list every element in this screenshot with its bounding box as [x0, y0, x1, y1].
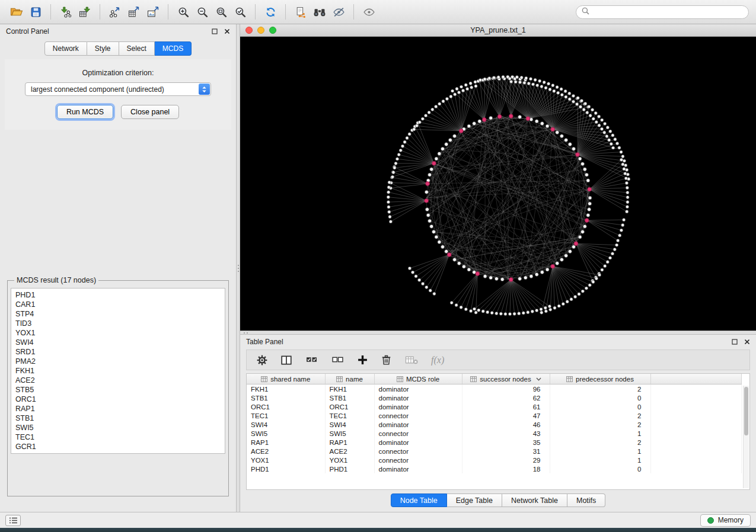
- network-canvas[interactable]: [240, 37, 756, 331]
- column-header-successor-nodes[interactable]: successor nodes: [462, 374, 550, 384]
- zoom-in-button[interactable]: [174, 3, 193, 21]
- mcds-result-item[interactable]: TID3: [15, 319, 221, 328]
- table-row[interactable]: RAP1RAP1dominator352: [247, 438, 742, 447]
- horizontal-splitter[interactable]: [240, 331, 756, 335]
- cell-filler: [650, 429, 742, 438]
- tab-edge-table[interactable]: Edge Table: [447, 493, 502, 507]
- zoom-fit-button[interactable]: [212, 3, 231, 21]
- hide-glyphs-button[interactable]: [329, 3, 348, 21]
- mcds-result-item[interactable]: PMA2: [15, 357, 221, 366]
- table-row[interactable]: FKH1FKH1dominator962: [247, 384, 742, 394]
- add-row-button[interactable]: [357, 354, 368, 366]
- close-icon[interactable]: [744, 339, 750, 345]
- settings-button[interactable]: [256, 354, 268, 366]
- table-row[interactable]: SWI5SWI5connector431: [247, 429, 742, 438]
- columns-button[interactable]: [280, 354, 292, 366]
- mcds-result-item[interactable]: STP4: [15, 309, 221, 319]
- mcds-result-item[interactable]: SWI5: [15, 423, 221, 432]
- vertical-splitter[interactable]: [236, 24, 240, 512]
- table-row[interactable]: PHD1PHD1dominator180: [247, 464, 742, 473]
- mcds-result-item[interactable]: GCR1: [15, 442, 221, 451]
- mcds-result-item[interactable]: SWI4: [15, 338, 221, 347]
- table-scrollbar-thumb[interactable]: [744, 387, 748, 435]
- cell-predecessor-nodes: 2: [550, 438, 650, 447]
- window-zoom-icon[interactable]: [269, 27, 276, 34]
- table-panel-header: Table Panel: [240, 335, 756, 349]
- save-button[interactable]: [26, 3, 45, 21]
- save-icon: [30, 7, 42, 18]
- tab-network-table[interactable]: Network Table: [502, 493, 567, 507]
- cell-shared-name: ORC1: [247, 402, 325, 411]
- import-network-icon: [59, 7, 72, 18]
- mcds-result-item[interactable]: ORC1: [15, 395, 221, 404]
- task-history-button[interactable]: [5, 515, 21, 526]
- table-row[interactable]: YOX1YOX1connector291: [247, 456, 742, 464]
- import-table-button[interactable]: [75, 3, 94, 21]
- export-image-button[interactable]: [143, 3, 162, 21]
- mcds-result-item[interactable]: FKH1: [15, 366, 221, 376]
- optimization-select[interactable]: largest connected component (undirected): [25, 82, 211, 96]
- table-row[interactable]: TEC1TEC1connector472: [247, 411, 742, 420]
- table-row[interactable]: ACE2ACE2connector311: [247, 447, 742, 456]
- tab-mcds[interactable]: MCDS: [155, 41, 192, 56]
- table-row[interactable]: ORC1ORC1dominator610: [247, 402, 742, 411]
- window-minimize-icon[interactable]: [257, 27, 264, 34]
- zoom-out-button[interactable]: [193, 3, 212, 21]
- search-input[interactable]: [593, 8, 743, 16]
- cell-filler: [650, 393, 742, 402]
- refresh-button[interactable]: [261, 3, 280, 21]
- memory-button[interactable]: Memory: [700, 514, 751, 527]
- column-header-shared-name[interactable]: shared name: [247, 374, 325, 384]
- search-binoculars-button[interactable]: [310, 3, 329, 21]
- columns-icon: [280, 354, 292, 366]
- cell-name: PHD1: [325, 464, 374, 473]
- mcds-result-item[interactable]: STB5: [15, 385, 221, 395]
- table-scrollbar[interactable]: [743, 386, 749, 488]
- clear-icon: [404, 354, 419, 366]
- mcds-result-list[interactable]: PHD1CAR1STP4TID3YOX1SWI4SRD1PMA2FKH1ACE2…: [11, 288, 225, 454]
- float-icon[interactable]: [732, 339, 738, 345]
- export-table-button[interactable]: [125, 3, 143, 21]
- import-network-button[interactable]: [56, 3, 75, 21]
- clear-button[interactable]: [404, 354, 419, 366]
- export-network-button[interactable]: [106, 3, 125, 21]
- tab-network[interactable]: Network: [44, 41, 87, 56]
- column-header-predecessor-nodes[interactable]: predecessor nodes: [550, 374, 650, 384]
- mcds-result-item[interactable]: TEC1: [15, 432, 221, 442]
- table-row[interactable]: SWI4SWI4dominator462: [247, 420, 742, 429]
- window-close-icon[interactable]: [245, 27, 253, 34]
- network-titlebar[interactable]: YPA_prune.txt_1: [240, 24, 756, 37]
- select-all-button[interactable]: [305, 354, 318, 366]
- run-mcds-button[interactable]: Run MCDS: [57, 105, 113, 119]
- mcds-result-item[interactable]: PHD1: [15, 290, 221, 300]
- column-header-name[interactable]: name: [325, 374, 374, 384]
- cell-shared-name: TEC1: [247, 411, 325, 420]
- cell-successor-nodes: 35: [462, 438, 550, 447]
- clone-network-button[interactable]: [291, 3, 310, 21]
- table-row[interactable]: STB1STB1dominator620: [247, 393, 742, 402]
- tab-node-table[interactable]: Node Table: [391, 493, 447, 507]
- open-file-button[interactable]: [7, 3, 26, 21]
- mcds-result-item[interactable]: STB1: [15, 414, 221, 423]
- tab-motifs[interactable]: Motifs: [567, 493, 605, 507]
- cell-predecessor-nodes: 2: [550, 411, 650, 420]
- tab-style[interactable]: Style: [87, 41, 119, 56]
- mcds-result-item[interactable]: CAR1: [15, 300, 221, 309]
- mcds-result-item[interactable]: ACE2: [15, 376, 221, 385]
- close-panel-button[interactable]: Close panel: [121, 105, 179, 119]
- tab-select[interactable]: Select: [119, 41, 155, 56]
- mcds-result-item[interactable]: RAP1: [15, 404, 221, 414]
- zoom-selected-button[interactable]: [231, 3, 250, 21]
- float-icon[interactable]: [212, 28, 218, 34]
- close-icon[interactable]: [224, 28, 230, 34]
- mcds-panel: Optimization criterion: largest connecte…: [5, 59, 231, 130]
- deselect-all-button[interactable]: [331, 354, 344, 366]
- delete-row-button[interactable]: [381, 354, 392, 366]
- mcds-result-item[interactable]: SRD1: [15, 347, 221, 357]
- column-header-mcds-role[interactable]: MCDS role: [374, 374, 462, 384]
- mcds-result-item[interactable]: YOX1: [15, 328, 221, 338]
- cell-successor-nodes: 31: [462, 447, 550, 456]
- list-icon: [9, 517, 18, 524]
- show-glyphs-button[interactable]: [359, 3, 378, 21]
- function-builder-button[interactable]: f(x): [431, 355, 444, 366]
